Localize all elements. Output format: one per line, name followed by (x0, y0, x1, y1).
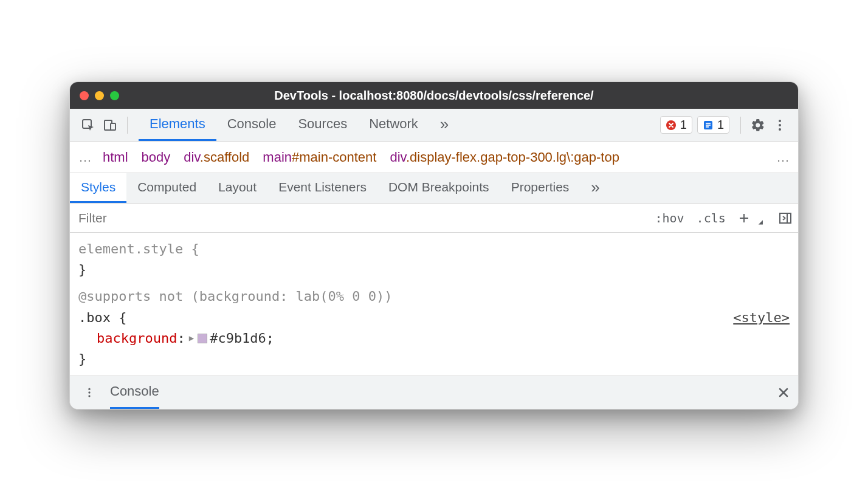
subtab-dom-breakpoints[interactable]: DOM Breakpoints (377, 173, 500, 203)
issues-count: 1 (717, 118, 724, 132)
svg-rect-5 (706, 123, 711, 124)
devtools-window: DevTools - localhost:8080/docs/devtools/… (69, 81, 799, 410)
element-style-close: } (78, 259, 790, 280)
hov-toggle[interactable]: :hov (649, 211, 690, 225)
svg-rect-2 (111, 123, 115, 130)
toolbar-separator (740, 117, 741, 134)
styles-subtabs: Styles Computed Layout Event Listeners D… (70, 173, 798, 204)
settings-icon[interactable] (747, 114, 769, 136)
drawer: Console (70, 376, 798, 409)
svg-rect-6 (706, 125, 711, 126)
color-swatch[interactable] (198, 334, 207, 343)
drawer-tab-console[interactable]: Console (110, 376, 159, 409)
drawer-more-icon[interactable] (78, 382, 100, 403)
subtab-event-listeners[interactable]: Event Listeners (267, 173, 377, 203)
toolbar: Elements Console Sources Network » 1 1 (70, 109, 798, 142)
svg-point-10 (779, 128, 781, 131)
svg-point-13 (88, 391, 90, 393)
window-title: DevTools - localhost:8080/docs/devtools/… (70, 89, 798, 103)
error-badge[interactable]: 1 (660, 116, 692, 134)
tab-console[interactable]: Console (216, 109, 288, 141)
breadcrumb-ellipsis-right[interactable]: … (776, 149, 790, 165)
error-icon (666, 120, 677, 131)
css-property-value[interactable]: #c9b1d6 (210, 328, 266, 349)
close-drawer-button[interactable] (777, 386, 790, 399)
styles-filter-input[interactable] (70, 204, 649, 232)
issues-badge[interactable]: 1 (697, 116, 729, 134)
minimize-window-button[interactable] (95, 91, 104, 100)
subtab-layout[interactable]: Layout (207, 173, 267, 203)
breadcrumb-item[interactable]: div.scaffold (184, 149, 249, 165)
rule-selector[interactable]: .box { (78, 307, 126, 328)
more-menu-icon[interactable] (769, 114, 791, 136)
subtab-properties[interactable]: Properties (500, 173, 580, 203)
expand-shorthand-icon[interactable]: ▶ (189, 332, 194, 345)
error-count: 1 (680, 118, 687, 132)
svg-point-9 (779, 124, 781, 126)
traffic-lights (80, 91, 119, 100)
issues-icon (703, 120, 714, 131)
close-window-button[interactable] (80, 91, 89, 100)
supports-rule[interactable]: @supports not (background: lab(0% 0 0)) (78, 286, 790, 307)
titlebar: DevTools - localhost:8080/docs/devtools/… (70, 82, 798, 109)
breadcrumb-item[interactable]: html (103, 149, 128, 165)
css-property-name[interactable]: background (97, 328, 177, 349)
tab-sources[interactable]: Sources (287, 109, 358, 141)
toolbar-separator (127, 117, 128, 134)
tab-elements[interactable]: Elements (139, 109, 216, 141)
device-toolbar-icon[interactable] (99, 114, 121, 136)
breadcrumb-ellipsis-left[interactable]: … (78, 149, 92, 165)
svg-point-12 (88, 388, 90, 390)
more-tabs-button[interactable]: » (429, 109, 460, 141)
subtab-styles[interactable]: Styles (70, 173, 126, 203)
more-subtabs-button[interactable]: » (580, 173, 610, 203)
subtab-computed[interactable]: Computed (126, 173, 207, 203)
main-tabs: Elements Console Sources Network » (139, 109, 460, 141)
styles-filter-row: :hov .cls ◢ (70, 204, 798, 233)
rule-source-link[interactable]: <style> (733, 307, 790, 328)
new-style-rule-dropdown[interactable]: ◢ (753, 218, 769, 226)
css-declaration[interactable]: background: ▶ #c9b1d6; (78, 328, 790, 349)
rule-close: } (78, 349, 790, 369)
rule-header: .box { <style> (78, 307, 790, 328)
svg-rect-7 (706, 126, 709, 128)
breadcrumb-item[interactable]: main#main-content (263, 149, 376, 165)
cls-toggle[interactable]: .cls (691, 211, 732, 225)
tab-network[interactable]: Network (358, 109, 429, 141)
svg-point-14 (88, 395, 90, 397)
styles-pane: element.style { } @supports not (backgro… (70, 233, 798, 376)
inspect-element-icon[interactable] (77, 114, 99, 136)
breadcrumb-item[interactable]: div.display-flex.gap-top-300.lg\:gap-top (390, 149, 619, 165)
svg-point-8 (779, 120, 781, 122)
breadcrumb: … html body div.scaffold main#main-conte… (70, 142, 798, 173)
element-style-selector[interactable]: element.style { (78, 239, 790, 259)
zoom-window-button[interactable] (110, 91, 119, 100)
toggle-computed-sidebar-icon[interactable] (773, 211, 798, 225)
breadcrumb-item[interactable]: body (142, 149, 171, 165)
